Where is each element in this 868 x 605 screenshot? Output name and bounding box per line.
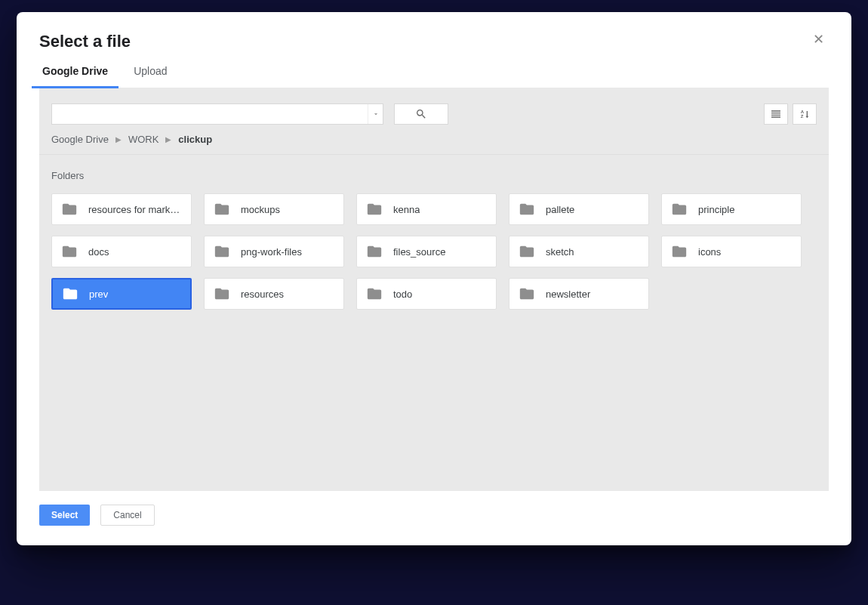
sort-az-icon: A Z xyxy=(799,108,811,120)
folder-item[interactable]: kenna xyxy=(356,193,497,225)
folder-item[interactable]: resources for mark… xyxy=(51,193,192,225)
folder-icon xyxy=(366,286,383,302)
folder-name: resources for mark… xyxy=(88,204,180,215)
folder-item[interactable]: newsletter xyxy=(509,278,649,310)
folder-grid: resources for mark…mockupskennapalletepr… xyxy=(51,193,829,310)
modal-footer: Select Cancel xyxy=(17,491,851,545)
breadcrumb-separator: ▶ xyxy=(165,135,171,144)
breadcrumb-item[interactable]: clickup xyxy=(178,134,212,145)
folder-item[interactable]: icons xyxy=(661,236,802,267)
modal-title: Select a file xyxy=(39,32,829,51)
folder-item[interactable]: docs xyxy=(51,236,192,267)
folder-item[interactable]: principle xyxy=(661,193,802,225)
folders-section-label: Folders xyxy=(51,170,829,181)
folder-name: principle xyxy=(698,204,734,215)
folder-name: files_source xyxy=(393,246,445,258)
folder-name: icons xyxy=(698,246,721,258)
cancel-button[interactable]: Cancel xyxy=(100,505,154,526)
file-picker-modal: ✕ Select a file Google DriveUpload xyxy=(17,12,851,545)
svg-text:Z: Z xyxy=(801,114,804,119)
svg-text:A: A xyxy=(801,110,805,114)
modal-header: Select a file Google DriveUpload xyxy=(17,12,851,88)
tab-google-drive[interactable]: Google Drive xyxy=(41,65,109,88)
folder-name: png-work-files xyxy=(241,246,302,258)
folder-icon xyxy=(214,243,230,260)
folder-name: docs xyxy=(88,246,109,258)
folder-icon xyxy=(366,243,383,260)
view-list-button[interactable] xyxy=(764,103,788,125)
folder-icon xyxy=(214,286,230,302)
folder-name: newsletter xyxy=(546,289,590,300)
folder-item[interactable]: files_source xyxy=(356,236,497,267)
folder-item[interactable]: todo xyxy=(356,278,497,310)
source-tabs: Google DriveUpload xyxy=(39,65,829,88)
folder-icon xyxy=(61,201,78,218)
search-box xyxy=(51,103,383,125)
list-view-icon xyxy=(770,108,782,120)
folder-icon xyxy=(61,243,78,260)
breadcrumb-item[interactable]: Google Drive xyxy=(51,134,109,145)
folder-name: mockups xyxy=(241,204,280,215)
folder-icon xyxy=(519,286,535,302)
folder-name: sketch xyxy=(546,246,574,258)
select-button[interactable]: Select xyxy=(39,505,90,526)
folder-name: resources xyxy=(241,289,284,300)
folder-name: pallete xyxy=(546,204,574,215)
folder-item[interactable]: sketch xyxy=(509,236,649,267)
tab-upload[interactable]: Upload xyxy=(132,65,168,88)
folder-item[interactable]: pallete xyxy=(509,193,649,225)
close-button[interactable]: ✕ xyxy=(808,32,829,47)
search-icon xyxy=(415,108,427,120)
folder-item[interactable]: resources xyxy=(204,278,344,310)
folder-icon xyxy=(62,286,78,302)
search-button[interactable] xyxy=(394,103,448,125)
picker-body: Folders resources for mark…mockupskennap… xyxy=(39,154,829,491)
folder-icon xyxy=(671,201,688,218)
search-dropdown-toggle[interactable] xyxy=(368,104,383,124)
folder-icon xyxy=(671,243,688,260)
picker-content: A Z Google Drive▶WORK▶clickup Folders re… xyxy=(39,88,829,491)
folder-name: prev xyxy=(89,289,108,300)
folder-icon xyxy=(214,201,230,218)
breadcrumb-separator: ▶ xyxy=(115,135,122,144)
folder-name: kenna xyxy=(393,204,420,215)
folder-item[interactable]: mockups xyxy=(204,193,344,225)
folder-name: todo xyxy=(393,289,412,300)
folder-icon xyxy=(519,201,535,218)
folder-icon xyxy=(366,201,383,218)
breadcrumb: Google Drive▶WORK▶clickup xyxy=(39,134,829,154)
search-input[interactable] xyxy=(52,104,368,124)
folder-item[interactable]: png-work-files xyxy=(204,236,344,267)
toolbar: A Z xyxy=(39,88,829,134)
folder-icon xyxy=(519,243,535,260)
sort-button[interactable]: A Z xyxy=(793,103,817,125)
breadcrumb-item[interactable]: WORK xyxy=(128,134,159,145)
folder-item[interactable]: prev xyxy=(51,278,192,310)
chevron-down-icon xyxy=(372,110,380,118)
